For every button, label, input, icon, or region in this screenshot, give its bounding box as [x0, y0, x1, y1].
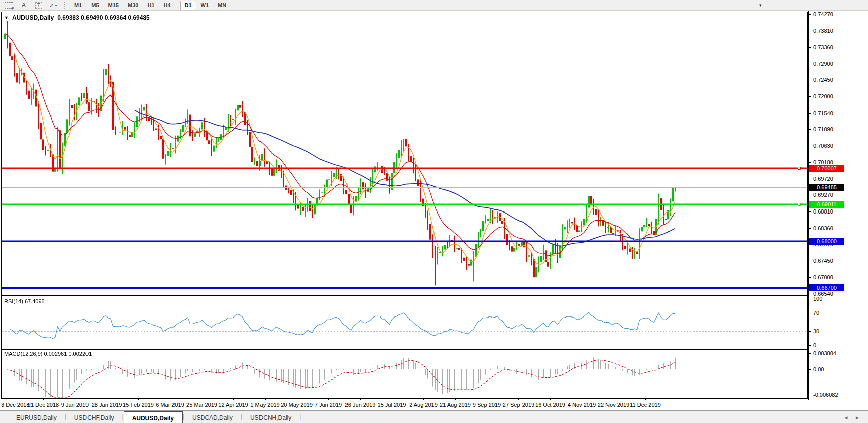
toolbar-separator [178, 1, 178, 8]
axis-tick-mark [809, 96, 811, 97]
axis-tick-mark [809, 395, 811, 395]
hline-price-label: 0.66700 [809, 284, 844, 291]
chart-tab-bar: EURUSD,Daily|USDCHF,Daily|AUDUSD,Daily|U… [0, 410, 868, 423]
axis-tick-mark [809, 294, 811, 294]
chart-tab-audusd[interactable]: AUDUSD,Daily [124, 411, 183, 423]
toolbar-grip[interactable] [64, 2, 66, 9]
date-axis-label: 27 Sep 2019 [503, 402, 534, 408]
date-axis-label: 4 Nov 2019 [568, 402, 596, 408]
axis-tick-mark [809, 313, 811, 313]
macd-axis-label: 0.003804 [813, 350, 836, 356]
rsi-axis-label: 100 [813, 296, 822, 302]
chart-tabs: EURUSD,Daily|USDCHF,Daily|AUDUSD,Daily|U… [8, 411, 301, 423]
timeframe-button-m5[interactable]: M5 [86, 1, 103, 10]
tab-separator: | [299, 411, 301, 423]
date-axis-label: 22 Nov 2019 [598, 402, 629, 408]
axis-tick-mark [809, 146, 811, 146]
date-axis-label: 28 Jan 2019 [92, 402, 122, 408]
axis-tick-mark [809, 47, 811, 48]
axis-tick-mark [809, 113, 811, 114]
text-glyph: T [35, 2, 42, 9]
fibonacci-lines-glyph: F [5, 2, 13, 9]
timeframe-button-mn[interactable]: MN [213, 1, 231, 10]
toolbar-overflow-icon[interactable]: ▾ [759, 3, 762, 8]
axis-tick-mark [809, 31, 811, 31]
chart-menu-arrow-icon[interactable]: ▼ [4, 15, 9, 20]
price-axis-label: 0.71090 [813, 126, 833, 132]
axis-tick-mark [809, 353, 811, 354]
axis-tick-mark [809, 277, 811, 278]
price-axis-label: 0.73810 [813, 28, 833, 34]
date-axis-label: 2 Aug 2019 [409, 402, 438, 408]
date-axis-label: 11 Dec 2019 [630, 402, 661, 408]
timeframe-button-m30[interactable]: M30 [123, 1, 143, 10]
chart-tab-eurusd[interactable]: EURUSD,Daily [8, 411, 65, 423]
date-axis-label: 15 Jul 2019 [378, 402, 406, 408]
diagonal-arrows-glyph: ↕ [48, 2, 55, 9]
text-tool-icon[interactable]: T [33, 1, 45, 10]
axis-tick-mark [809, 80, 811, 80]
hline-price-label: 0.70007 [809, 165, 844, 172]
date-axis-label: 26 Jun 2019 [345, 402, 376, 408]
chart-window: ▼ AUDUSD,Daily 0.69383 0.69490 0.69364 0… [0, 11, 868, 410]
axis-tick-mark [809, 345, 811, 346]
tab-scroll-left-icon[interactable]: ◄ [843, 415, 848, 420]
price-axis-label: 0.68810 [813, 208, 833, 215]
timeframe-button-h1[interactable]: H1 [143, 1, 159, 10]
axis-tick-mark [809, 162, 811, 163]
axis-tick-mark [809, 261, 811, 261]
date-axis-label: 21 Dec 2018 [28, 402, 59, 408]
axis-tick-mark [809, 179, 811, 179]
drawing-tools-group: FAT↕▾ [3, 1, 63, 10]
current-price-label: 0.69485 [809, 184, 844, 191]
axis-tick-mark [809, 212, 811, 212]
price-axis-label: 0.72450 [813, 77, 833, 83]
chart-tab-usdcnh[interactable]: USDCNH,Daily [242, 411, 299, 423]
rsi-axis-label: 0 [813, 342, 816, 348]
macd-axis-label: -0.006082 [813, 392, 838, 398]
timeframe-button-m15[interactable]: M15 [104, 1, 123, 10]
price-axis-label: 0.69270 [813, 192, 833, 198]
chart-title: ▼ AUDUSD,Daily 0.69383 0.69490 0.69364 0… [4, 14, 150, 21]
timeframe-button-d1[interactable]: D1 [180, 1, 196, 10]
axis-tick-mark [809, 299, 811, 299]
chart-tab-usdchf[interactable]: USDCHF,Daily [66, 411, 122, 423]
timeframe-button-h4[interactable]: H4 [159, 1, 175, 10]
text-label-tool-icon[interactable]: A [18, 1, 30, 10]
chart-title-symbol: AUDUSD,Daily [12, 14, 54, 21]
axis-tick-mark [809, 369, 811, 370]
date-axis-label: 3 Dec 2018 [1, 402, 29, 408]
axis-tick-mark [809, 64, 811, 64]
chart-tab-usdcad[interactable]: USDCAD,Daily [184, 411, 241, 423]
price-axis-label: 0.73360 [813, 44, 833, 50]
price-axis-label: 0.67450 [813, 258, 833, 264]
date-axis-label: 1 May 2019 [250, 402, 279, 408]
axis-tick-mark [809, 195, 811, 195]
date-axis-label: 7 Jun 2019 [315, 402, 342, 408]
date-axis-label: 25 Mar 2019 [186, 402, 217, 408]
price-axis-label: 0.74270 [813, 11, 833, 17]
rsi-axis-label: 30 [813, 328, 819, 334]
rsi-axis-label: 70 [813, 310, 819, 316]
cursor-arrows-tool-icon[interactable]: ↕▾ [48, 1, 60, 10]
fibonacci-tool-icon[interactable]: F [3, 1, 15, 10]
rsi-indicator-label: RSI(14) 67.4095 [4, 298, 45, 304]
chart-title-ohlc: 0.69383 0.69490 0.69364 0.69485 [57, 14, 150, 21]
axis-tick-mark [809, 228, 811, 229]
price-axis-label: 0.71540 [813, 110, 833, 116]
tab-scroll-buttons: ◄ ► [838, 415, 860, 420]
timeframe-button-w1[interactable]: W1 [196, 1, 214, 10]
date-axis[interactable]: 3 Dec 201821 Dec 20189 Jan 201928 Jan 20… [0, 400, 808, 410]
price-axis-label: 0.72000 [813, 93, 833, 99]
hline-price-label: 0.69011 [809, 201, 844, 208]
tab-scroll-right-icon[interactable]: ► [855, 415, 860, 420]
timeframe-group: M1M5M15M30H1H4D1W1MN [70, 1, 231, 10]
price-axis-label: 0.72900 [813, 61, 833, 67]
date-axis-label: 6 Mar 2019 [156, 402, 184, 408]
price-axis[interactable]: 0.742700.738100.733600.729000.724500.720… [808, 11, 868, 400]
price-chart-canvas[interactable] [0, 11, 808, 400]
timeframe-button-m1[interactable]: M1 [70, 1, 86, 10]
date-axis-label: 9 Jan 2019 [61, 402, 89, 408]
axis-tick-mark [809, 14, 811, 15]
date-axis-label: 9 Sep 2019 [473, 402, 501, 408]
